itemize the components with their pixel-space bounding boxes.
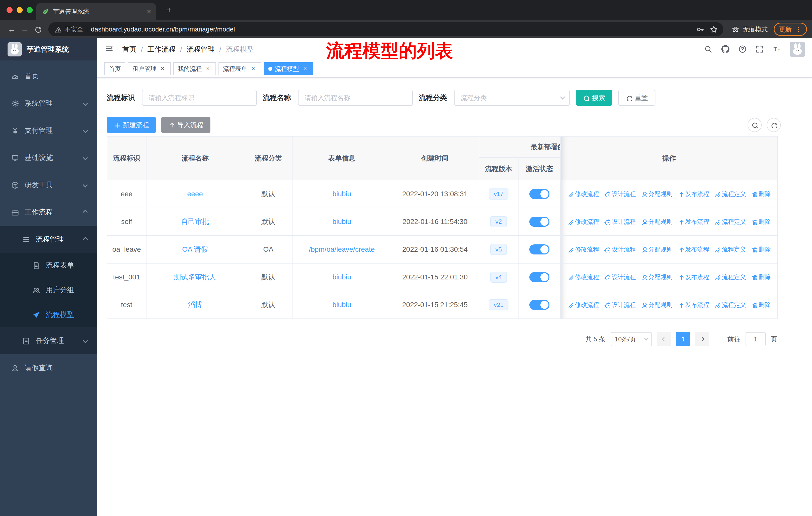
back-button[interactable]: ← [5, 23, 18, 36]
sidebar-item-infrastructure[interactable]: 基础设施 [0, 144, 97, 171]
form-info-link[interactable]: biubiu [332, 301, 351, 309]
reset-button[interactable]: 重置 [618, 90, 656, 106]
process-name-link[interactable]: eeee [187, 190, 203, 198]
create-process-button[interactable]: 新建流程 [107, 117, 156, 133]
tag-process-form[interactable]: 流程表单 × [219, 62, 261, 75]
active-toggle[interactable] [529, 272, 549, 282]
sidebar-item-home[interactable]: 首页 [0, 62, 97, 90]
password-key-icon[interactable] [696, 25, 704, 33]
next-page-button[interactable] [695, 332, 709, 346]
action-edit-link[interactable]: 修改流程 [567, 245, 599, 253]
process-name-link[interactable]: 滔博 [188, 301, 202, 309]
action-design-link[interactable]: 设计流程 [604, 301, 636, 309]
action-delete-link[interactable]: 删除 [751, 245, 771, 253]
sidebar-item-task-management[interactable]: 任务管理 [0, 327, 97, 354]
sidebar-item-system[interactable]: 系统管理 [0, 90, 97, 117]
tag-tenant-management[interactable]: 租户管理 × [128, 62, 171, 75]
prev-page-button[interactable] [657, 332, 671, 346]
font-size-icon[interactable] [773, 45, 781, 54]
github-icon[interactable] [721, 45, 730, 54]
sidebar-item-workflow[interactable]: 工作流程 [0, 198, 97, 226]
tag-home[interactable]: 首页 [104, 62, 125, 75]
refresh-table-button[interactable] [767, 118, 781, 132]
form-info-link[interactable]: biubiu [332, 190, 351, 198]
sidebar-item-process-model[interactable]: 流程模型 [0, 302, 97, 327]
sidebar-item-leave-query[interactable]: 请假查询 [0, 354, 97, 381]
action-edit-link[interactable]: 修改流程 [567, 190, 599, 198]
browser-update-button[interactable]: 更新 ⋮ [774, 23, 807, 36]
action-edit-link[interactable]: 修改流程 [567, 218, 599, 226]
active-toggle[interactable] [529, 189, 549, 199]
search-button[interactable]: 搜索 [576, 90, 612, 106]
process-name-link[interactable]: OA 请假 [182, 245, 208, 253]
action-edit-link[interactable]: 修改流程 [567, 273, 599, 281]
action-publish-link[interactable]: 发布流程 [677, 218, 709, 226]
browser-menu-icon[interactable]: ⋮ [795, 25, 802, 33]
action-assign-rule-link[interactable]: 分配规则 [641, 218, 672, 226]
action-delete-link[interactable]: 删除 [751, 273, 771, 281]
process-name-input[interactable] [298, 90, 413, 106]
process-category-select[interactable]: 流程分类 [454, 90, 570, 106]
help-icon[interactable] [738, 45, 747, 54]
sidebar-item-user-group[interactable]: 用户分组 [0, 278, 97, 302]
active-toggle[interactable] [529, 244, 549, 254]
tab-close-icon[interactable]: × [147, 7, 151, 16]
reload-button[interactable] [31, 23, 44, 36]
form-info-link[interactable]: /bpm/oa/leave/create [309, 245, 375, 253]
traffic-light-close[interactable] [6, 7, 12, 13]
active-toggle[interactable] [529, 300, 549, 310]
tag-process-model[interactable]: 流程模型 × [264, 62, 313, 75]
action-publish-link[interactable]: 发布流程 [677, 273, 709, 281]
tag-close-icon[interactable]: × [159, 65, 166, 72]
sidebar-item-process-form[interactable]: 流程表单 [0, 253, 97, 278]
action-definition-link[interactable]: 流程定义 [714, 273, 746, 281]
action-definition-link[interactable]: 流程定义 [714, 301, 746, 309]
bookmark-star-icon[interactable] [710, 25, 717, 33]
forward-button[interactable]: → [18, 23, 31, 36]
sidebar-item-dev-tools[interactable]: 研发工具 [0, 171, 97, 198]
page-size-select[interactable]: 10条/页 [611, 332, 652, 346]
traffic-light-zoom[interactable] [27, 7, 33, 13]
action-delete-link[interactable]: 删除 [751, 190, 771, 198]
address-bar[interactable]: 不安全 dashboard.yudao.iocoder.cn/bpm/manag… [48, 22, 723, 36]
action-design-link[interactable]: 设计流程 [604, 218, 636, 226]
avatar[interactable] [790, 42, 805, 57]
action-assign-rule-link[interactable]: 分配规则 [641, 301, 672, 309]
action-delete-link[interactable]: 删除 [751, 301, 771, 309]
action-edit-link[interactable]: 修改流程 [567, 301, 599, 309]
action-assign-rule-link[interactable]: 分配规则 [641, 190, 672, 198]
breadcrumb-workflow[interactable]: 工作流程 [147, 45, 176, 54]
sidebar-item-process-management[interactable]: 流程管理 [0, 226, 97, 253]
process-name-link[interactable]: 测试多审批人 [174, 273, 216, 281]
action-publish-link[interactable]: 发布流程 [677, 245, 709, 253]
new-tab-button[interactable]: + [163, 4, 175, 16]
process-name-link[interactable]: 自己审批 [181, 218, 209, 225]
tag-close-icon[interactable]: × [301, 65, 309, 72]
sidebar-item-payment[interactable]: 支付管理 [0, 117, 97, 144]
tag-close-icon[interactable]: × [250, 65, 257, 72]
traffic-light-minimize[interactable] [17, 7, 23, 13]
action-assign-rule-link[interactable]: 分配规则 [641, 273, 672, 281]
fullscreen-icon[interactable] [756, 45, 764, 54]
action-publish-link[interactable]: 发布流程 [677, 301, 709, 309]
action-design-link[interactable]: 设计流程 [604, 190, 636, 198]
tag-close-icon[interactable]: × [204, 65, 211, 72]
action-definition-link[interactable]: 流程定义 [714, 218, 746, 226]
form-info-link[interactable]: biubiu [332, 218, 351, 225]
goto-page-input[interactable] [746, 332, 766, 346]
breadcrumb-home[interactable]: 首页 [122, 45, 137, 54]
sidebar-collapse-icon[interactable] [105, 44, 115, 54]
process-key-input[interactable] [142, 90, 257, 106]
active-toggle[interactable] [529, 217, 549, 227]
form-info-link[interactable]: biubiu [332, 273, 351, 281]
browser-tab[interactable]: 芋道管理系统 × [36, 3, 156, 20]
action-design-link[interactable]: 设计流程 [604, 273, 636, 281]
action-definition-link[interactable]: 流程定义 [714, 245, 746, 253]
action-delete-link[interactable]: 删除 [751, 218, 771, 226]
action-design-link[interactable]: 设计流程 [604, 245, 636, 253]
tag-my-process[interactable]: 我的流程 × [173, 62, 216, 75]
action-assign-rule-link[interactable]: 分配规则 [641, 245, 672, 253]
toggle-search-button[interactable] [748, 118, 762, 132]
search-icon[interactable] [704, 45, 713, 54]
breadcrumb-process-management[interactable]: 流程管理 [187, 45, 215, 54]
